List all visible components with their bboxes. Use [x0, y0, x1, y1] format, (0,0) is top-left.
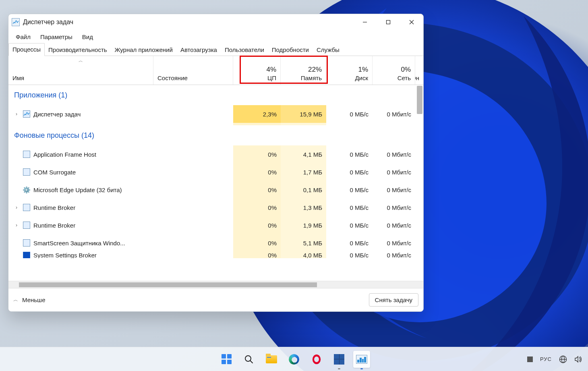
expand-icon[interactable]: ›	[13, 222, 20, 228]
language-indicator[interactable]: РУС	[540, 356, 552, 362]
window-title: Диспетчер задач	[23, 19, 73, 26]
table-row[interactable]: › Runtime Broker 0% 1,9 МБ 0 МБ/с 0 Мбит…	[8, 216, 423, 234]
scrollbar-thumb[interactable]	[19, 282, 317, 287]
process-name: Runtime Broker	[33, 222, 75, 229]
table-row[interactable]: ⚙️ Microsoft Edge Update (32 бита) 0% 0,…	[8, 181, 423, 199]
edge-icon	[289, 354, 299, 365]
column-name[interactable]: ︿ Имя	[8, 56, 153, 85]
network-icon[interactable]	[559, 355, 567, 363]
system-tray: РУС	[527, 355, 588, 363]
process-icon	[23, 204, 30, 211]
close-button[interactable]	[400, 14, 423, 30]
process-rows: Приложения (1) › Диспетчер задач 2,3% 15…	[8, 85, 423, 281]
process-icon	[23, 168, 30, 176]
opera-icon	[313, 354, 321, 364]
svg-rect-1	[387, 21, 390, 24]
column-memory[interactable]: 22% Память	[281, 56, 326, 85]
cell-cpu: 2,3%	[233, 105, 281, 123]
titlebar[interactable]: Диспетчер задач	[8, 14, 423, 30]
table-row[interactable]: › Диспетчер задач 2,3% 15,9 МБ 0 МБ/с 0 …	[8, 105, 423, 123]
process-icon	[23, 151, 30, 158]
group-header-apps[interactable]: Приложения (1)	[8, 85, 423, 105]
taskbar[interactable]: РУС	[0, 347, 588, 371]
taskbar-app-blue[interactable]	[331, 351, 348, 368]
start-button[interactable]	[218, 351, 235, 368]
process-name: Runtime Broker	[33, 204, 75, 211]
process-name: System Settings Broker	[33, 252, 97, 258]
process-name: COM Surrogate	[33, 169, 76, 176]
end-task-button[interactable]: Снять задачу	[369, 293, 418, 307]
minimize-button[interactable]	[353, 14, 377, 30]
process-name: SmartScreen Защитника Windo...	[33, 240, 125, 247]
tray-app-icon[interactable]	[527, 356, 533, 362]
table-row[interactable]: System Settings Broker 0% 4,0 МБ 0 МБ/с …	[8, 252, 423, 258]
horizontal-scrollbar[interactable]	[8, 281, 423, 288]
search-icon	[244, 354, 254, 364]
grid-app-icon	[334, 354, 344, 365]
tab-startup[interactable]: Автозагрузка	[177, 43, 221, 56]
task-manager-window: Диспетчер задач Файл Параметры Вид Проце…	[8, 14, 424, 312]
process-name: Microsoft Edge Update (32 бита)	[33, 187, 122, 193]
process-table: ︿ Имя Состояние 4% ЦП 22% Память 1% Диск…	[8, 56, 423, 288]
tab-users[interactable]: Пользователи	[221, 43, 268, 56]
menu-view[interactable]: Вид	[77, 32, 98, 42]
taskbar-center	[218, 351, 370, 368]
taskbar-opera[interactable]	[308, 351, 325, 368]
menu-file[interactable]: Файл	[11, 32, 35, 42]
bottom-bar: ︿ Меньше Снять задачу	[8, 288, 423, 311]
column-status[interactable]: Состояние	[153, 56, 233, 85]
table-row[interactable]: Application Frame Host 0% 4,1 МБ 0 МБ/с …	[8, 145, 423, 163]
chevron-up-icon: ︿	[13, 296, 18, 303]
process-icon	[23, 110, 30, 118]
expand-icon[interactable]: ›	[13, 111, 20, 117]
row-spacer	[8, 123, 423, 125]
process-icon	[23, 239, 30, 247]
table-row[interactable]: › Runtime Broker 0% 1,3 МБ 0 МБ/с 0 Мбит…	[8, 199, 423, 216]
maximize-button[interactable]	[377, 14, 400, 30]
column-headers: ︿ Имя Состояние 4% ЦП 22% Память 1% Диск…	[8, 56, 423, 85]
taskbar-task-manager[interactable]	[353, 351, 370, 368]
menu-options[interactable]: Параметры	[35, 32, 77, 42]
column-cpu[interactable]: 4% ЦП	[233, 56, 281, 85]
tab-details[interactable]: Подробности	[268, 43, 313, 56]
cell-disk: 0 МБ/с	[326, 105, 373, 123]
table-row[interactable]: COM Surrogate 0% 1,7 МБ 0 МБ/с 0 Мбит/с	[8, 163, 423, 181]
process-icon	[23, 252, 30, 258]
volume-icon[interactable]	[574, 355, 582, 363]
windows-logo-icon	[222, 354, 232, 364]
column-disk[interactable]: 1% Диск	[326, 56, 373, 85]
vertical-scrollbar[interactable]	[417, 86, 422, 114]
menubar: Файл Параметры Вид	[8, 30, 423, 43]
tab-services[interactable]: Службы	[313, 43, 344, 56]
table-row[interactable]: SmartScreen Защитника Windo... 0% 5,1 МБ…	[8, 234, 423, 252]
column-energy[interactable]: Эн	[415, 56, 423, 85]
cell-network: 0 Мбит/с	[373, 105, 415, 123]
process-icon	[23, 222, 30, 229]
folder-icon	[266, 355, 277, 363]
group-header-background[interactable]: Фоновые процессы (14)	[8, 125, 423, 145]
task-manager-icon	[356, 355, 367, 364]
column-network[interactable]: 0% Сеть	[373, 56, 415, 85]
process-name: Application Frame Host	[33, 151, 96, 158]
app-icon	[12, 18, 20, 26]
fewer-details-button[interactable]: ︿ Меньше	[13, 296, 45, 303]
tabbar: Процессы Производительность Журнал прило…	[8, 43, 423, 56]
tab-processes[interactable]: Процессы	[8, 43, 45, 56]
taskbar-edge[interactable]	[286, 351, 302, 368]
expand-icon[interactable]: ›	[13, 205, 20, 210]
cell-memory: 15,9 МБ	[281, 105, 326, 123]
taskbar-file-explorer[interactable]	[263, 351, 280, 368]
svg-line-5	[250, 361, 253, 363]
sort-indicator: ︿	[79, 58, 83, 64]
process-name: Диспетчер задач	[33, 111, 81, 118]
window-controls	[353, 14, 423, 30]
taskbar-search[interactable]	[240, 351, 257, 368]
process-icon: ⚙️	[23, 186, 30, 193]
tab-performance[interactable]: Производительность	[45, 43, 111, 56]
tab-app-history[interactable]: Журнал приложений	[111, 43, 177, 56]
